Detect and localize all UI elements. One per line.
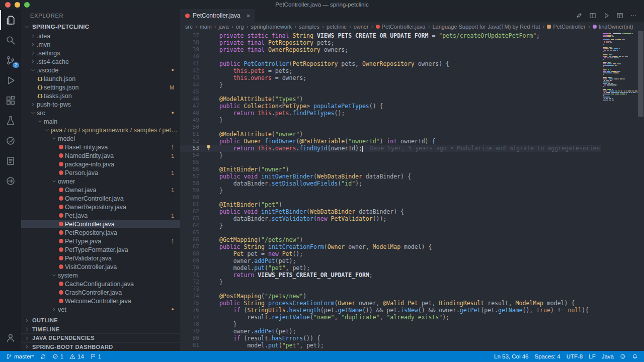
code-line[interactable]: 79 owner.addPet(pet); [180,328,601,335]
tree-item-java-org-springframework-samples-petclinic[interactable]: java / org / springframework / samples /… [21,126,180,134]
code-line[interactable]: 80 if (result.hasErrors()) { [180,335,601,342]
tree-item-person-java[interactable]: Person.java1 [21,168,180,177]
breadcrumb-item-springframework[interactable]: springframework [251,24,292,30]
tree-item-owner-java[interactable]: Owner.java1 [21,186,180,194]
activity-bar-item-explorer[interactable] [0,10,21,30]
code-line[interactable]: 72} [180,279,601,286]
tree-item-cacheconfiguration-java[interactable]: CacheConfiguration.java [21,280,180,288]
tree-item-pettype-java[interactable]: PetType.java1 [21,237,180,245]
code-line[interactable]: 67public String initCreationForm(Owner o… [180,243,601,250]
breadcrumb-item-petclinic[interactable]: petclinic [327,24,347,30]
code-line[interactable]: 70 model.put("pet", pet); [180,264,601,272]
tree-item-sts4-cache[interactable]: .sts4-cache [21,57,180,66]
tree-item-launch-json[interactable]: {}launch.json [21,74,180,83]
status-encoding[interactable]: UTF-8 [564,351,586,362]
code-line[interactable]: 60 [180,194,601,201]
status-feedback[interactable] [617,351,629,362]
tree-item-ownerrepository-java[interactable]: OwnerRepository.java [21,203,180,211]
zoom-window-button[interactable] [24,2,30,8]
tree-item-vet[interactable]: vet● [21,305,180,314]
code-editor[interactable]: 37private static final String VIEWS_PETS… [180,31,601,351]
code-line[interactable]: 62public void initPetBinder(WebDataBinde… [180,208,601,215]
tree-item-petvalidator-java[interactable]: PetValidator.java [21,254,180,262]
close-tab-icon[interactable]: × [247,12,251,20]
status-eol[interactable]: LF [586,351,598,362]
breadcrumb-item-main[interactable]: main [200,24,212,30]
tree-item-pet-java[interactable]: Pet.java1 [21,211,180,220]
tab-petcontroller-java[interactable]: PetController.java × [180,9,255,22]
code-line[interactable]: 46@ModelAttribute("types") [180,96,601,103]
tree-item-package-info-java[interactable]: package-info.java [21,160,180,168]
code-line[interactable]: 54} [180,152,601,159]
activity-bar-item-spring-boot[interactable] [0,131,21,151]
activity-bar-item-search[interactable] [0,30,21,50]
code-line[interactable]: 59} [180,187,601,194]
code-line[interactable]: 44} [180,81,601,88]
minimap[interactable] [601,31,637,351]
code-line[interactable]: 51@ModelAttribute("owner") [180,131,601,138]
activity-bar-item-run-debug[interactable] [0,70,21,90]
tree-item-welcomecontroller-java[interactable]: WelcomeController.java [21,297,180,305]
tree-item-petrepository-java[interactable]: PetRepository.java [21,228,180,237]
activity-bar-item-accounts[interactable] [0,328,21,348]
code-line[interactable]: 77 result.rejectValue("name", "duplicate… [180,314,601,321]
tree-item-crashcontroller-java[interactable]: CrashController.java [21,288,180,297]
code-line[interactable]: 47public Collection<PetType> populatePet… [180,103,601,110]
code-line[interactable]: 66@GetMapping("/pets/new") [180,236,601,243]
tree-item-visitcontroller-java[interactable]: VisitController.java [21,262,180,271]
tree-item-push-to-pws[interactable]: push-to-pws [21,100,180,109]
minimize-window-button[interactable] [15,2,20,8]
tree-item-baseentity-java[interactable]: BaseEntity.java1 [21,143,180,151]
breadcrumb-item-org[interactable]: org [236,24,244,30]
scrollbar-thumb[interactable] [638,31,643,117]
activity-bar-item-source-control[interactable]: 2 [0,50,21,70]
section-spring-boot-dashboard[interactable]: SPRING-BOOT DASHBOARD [21,342,180,351]
code-line[interactable]: 48 return this.pets.findPetTypes(); [180,110,601,117]
activity-bar-item-extensions[interactable] [0,90,21,111]
code-line[interactable]: 38private final PetRepository pets; [180,39,601,46]
more-actions-icon[interactable] [630,12,637,19]
code-line[interactable]: 45 [180,88,601,96]
breadcrumb-item-petcontroller[interactable]: PetController [547,24,585,30]
tree-item-owner[interactable]: owner [21,177,180,186]
tree-item-ownercontroller-java[interactable]: OwnerController.java [21,194,180,203]
project-root-folder[interactable]: SPRING-PETCLINIC [21,22,180,32]
code-line[interactable]: 68 Pet pet = new Pet(); [180,250,601,257]
code-line[interactable]: 55 [180,159,601,166]
code-line[interactable]: 71 return VIEWS_PETS_CREATE_OR_UPDATE_FO… [180,272,601,279]
status-sync[interactable] [37,351,49,362]
breadcrumb-item-language-support-for-java-tm-by-red-hat[interactable]: Language Support for Java(TM) by Red Hat [432,24,540,30]
code-line[interactable]: 56@InitBinder("owner") [180,166,601,173]
code-line[interactable]: 58 dataBinder.setDisallowedFields("id"); [180,180,601,187]
tree-item-settings[interactable]: .settings [21,49,180,57]
status-warnings[interactable]: 14 [66,351,87,362]
code-line[interactable]: 39private final OwnerRepository owners; [180,46,601,53]
tree-item-vscode[interactable]: .vscode● [21,66,180,74]
code-line[interactable]: 74@PostMapping("/pets/new") [180,293,601,300]
lightbulb-icon[interactable] [205,144,212,152]
tree-item-idea[interactable]: .idea [21,32,180,40]
tree-item-main[interactable]: main [21,117,180,126]
code-line[interactable]: 61@InitBinder("pet") [180,201,601,208]
code-line[interactable]: 65 [180,229,601,236]
status-cursor-position[interactable]: Ln 53, Col 46 [491,351,531,362]
tree-item-settings-json[interactable]: {}settings.jsonM [21,83,180,92]
breadcrumb-item-petcontroller-java[interactable]: PetController.java [376,24,426,30]
tree-item-petcontroller-java[interactable]: PetController.java [21,220,180,228]
run-file-icon[interactable] [603,12,610,19]
code-line[interactable]: 78 } [180,321,601,328]
section-java-dependencies[interactable]: JAVA DEPENDENCIES [21,333,180,342]
status-todos[interactable]: 1 [87,351,104,362]
code-line[interactable]: 52public Owner findOwner(@PathVariable("… [180,138,601,145]
code-line[interactable]: 37private static final String VIEWS_PETS… [180,32,601,39]
tree-item-namedentity-java[interactable]: NamedEntity.java1 [21,151,180,160]
status-bell[interactable] [629,351,641,362]
split-editor-icon[interactable] [589,12,596,19]
breadcrumb-item-findowner-int[interactable]: findOwner(int) [593,24,633,30]
activity-bar-item-testing[interactable] [0,111,21,131]
code-line[interactable]: 73 [180,286,601,293]
activity-bar-item-remote[interactable] [0,171,21,191]
layout-icon[interactable] [616,12,623,19]
open-changes-icon[interactable] [576,12,583,19]
status-branch[interactable]: master* [3,351,37,362]
